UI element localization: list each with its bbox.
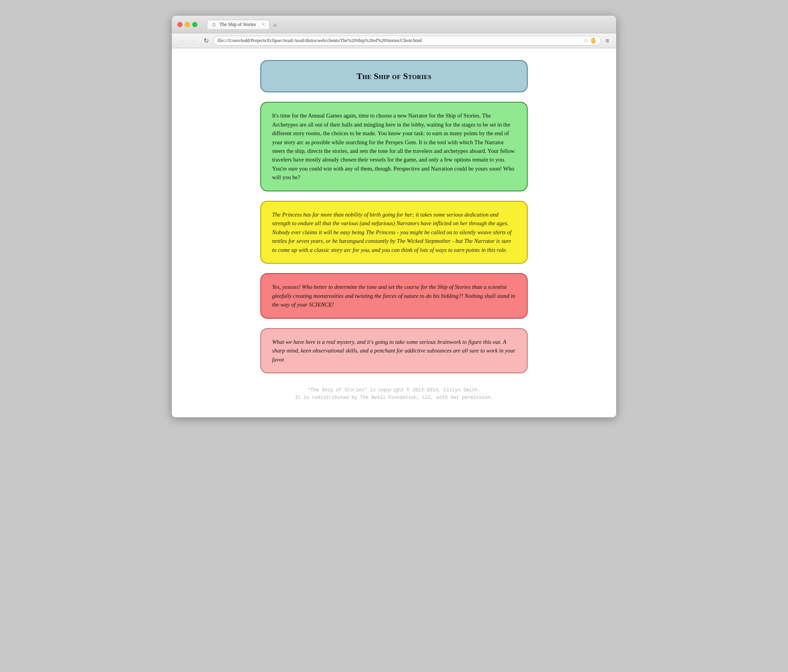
address-text: file:///Users/todd/Projects/Eclipse/Avai… <box>217 38 581 44</box>
page-content: The Ship of Stories It's time for the An… <box>172 48 616 417</box>
traffic-lights <box>177 22 197 27</box>
new-tab-button[interactable]: + <box>270 22 280 29</box>
footer-line1: "The Ship of Stories" is copyright © 201… <box>295 387 493 394</box>
mystery-text: What we have here is a real mystery, and… <box>272 339 516 363</box>
tab-bar: 🗋 The Ship of Stories × + <box>207 20 280 29</box>
reader-icon[interactable]: 🖐 <box>590 37 597 44</box>
footer-line2: It is redistributed by The Avail Foundat… <box>295 394 493 402</box>
back-button[interactable]: ← <box>177 37 187 45</box>
address-icons: ☆ 🖐 <box>583 37 597 44</box>
browser-window: 🗋 The Ship of Stories × + ← → ↻ file:///… <box>172 16 616 417</box>
close-button[interactable] <box>177 22 182 27</box>
princess-card[interactable]: The Princess has far more than nobility … <box>260 201 528 264</box>
bookmark-icon[interactable]: ☆ <box>583 37 588 44</box>
maximize-button[interactable] <box>192 22 197 27</box>
intro-card: It's time for the Annual Games again, ti… <box>260 102 528 191</box>
footer: "The Ship of Stories" is copyright © 201… <box>295 387 493 402</box>
scientist-text: Yes, yesssss! Who better to determine th… <box>272 284 515 308</box>
mystery-card[interactable]: What we have here is a real mystery, and… <box>260 328 528 373</box>
active-tab[interactable]: 🗋 The Ship of Stories × <box>207 20 270 29</box>
page-title: The Ship of Stories <box>357 71 432 81</box>
tab-close-button[interactable]: × <box>262 22 265 28</box>
title-card: The Ship of Stories <box>260 60 528 92</box>
menu-button[interactable]: ≡ <box>603 37 611 45</box>
address-bar[interactable]: file:///Users/todd/Projects/Eclipse/Avai… <box>213 36 601 46</box>
minimize-button[interactable] <box>185 22 190 27</box>
title-bar: 🗋 The Ship of Stories × + <box>172 16 616 33</box>
tab-title: The Ship of Stories <box>219 22 256 28</box>
toolbar: ← → ↻ file:///Users/todd/Projects/Eclips… <box>172 33 616 48</box>
forward-button[interactable]: → <box>189 37 199 45</box>
intro-text: It's time for the Annual Games again, ti… <box>272 112 515 180</box>
scientist-card[interactable]: Yes, yesssss! Who better to determine th… <box>260 273 528 318</box>
reload-button[interactable]: ↻ <box>202 36 211 45</box>
tab-page-icon: 🗋 <box>212 22 216 27</box>
princess-text: The Princess has far more than nobility … <box>272 211 512 253</box>
